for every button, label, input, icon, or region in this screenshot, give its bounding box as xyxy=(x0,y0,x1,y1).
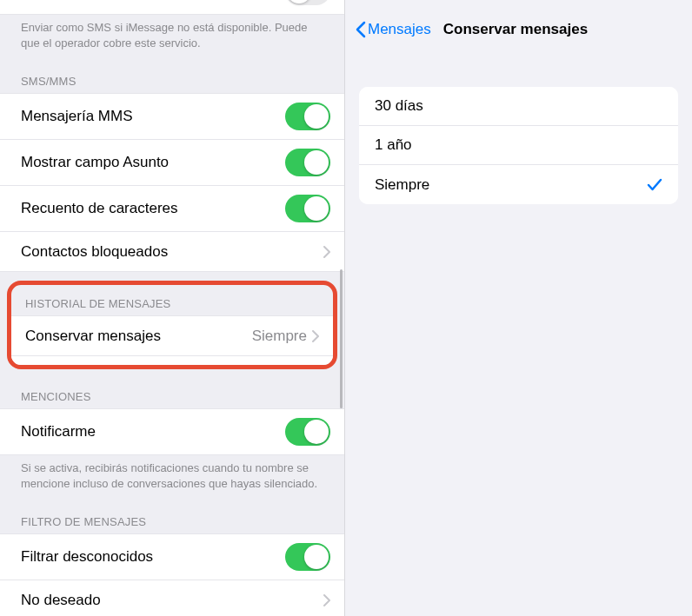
option-1-year[interactable]: 1 año xyxy=(359,126,678,165)
notify-me-label: Notificarme xyxy=(21,423,285,440)
page-title: Conservar mensajes xyxy=(443,21,588,38)
settings-right-pane: Mensajes Conservar mensajes 30 días 1 añ… xyxy=(345,0,692,616)
mms-messaging-toggle[interactable] xyxy=(285,103,330,130)
nav-bar: Mensajes Conservar mensajes xyxy=(345,0,692,56)
history-header: HISTORIAL DE MENSAJES xyxy=(11,285,333,315)
junk-row[interactable]: No deseado xyxy=(0,580,344,616)
notify-me-toggle[interactable] xyxy=(285,418,330,446)
filter-unknown-row[interactable]: Filtrar desconocidos xyxy=(0,534,344,580)
chevron-right-icon xyxy=(323,594,330,606)
filter-unknown-toggle[interactable] xyxy=(285,543,330,571)
mentions-header: MENCIONES xyxy=(0,374,344,408)
send-as-sms-row[interactable] xyxy=(0,0,344,14)
chevron-left-icon xyxy=(356,21,366,38)
character-count-label: Recuento de caracteres xyxy=(21,200,285,217)
blocked-contacts-label: Contactos bloqueados xyxy=(21,243,323,261)
history-list: Conservar mensajes Siempre xyxy=(11,315,333,356)
keep-messages-options: 30 días 1 año Siempre xyxy=(359,87,678,204)
option-label: 30 días xyxy=(375,97,662,115)
filter-list: Filtrar desconocidos No deseado xyxy=(0,533,344,616)
scroll-indicator[interactable] xyxy=(340,269,343,408)
show-subject-row[interactable]: Mostrar campo Asunto xyxy=(0,140,344,186)
chevron-right-icon xyxy=(323,246,330,258)
mentions-list: Notificarme xyxy=(0,408,344,455)
settings-left-pane: Enviar como SMS si iMessage no está disp… xyxy=(0,0,345,616)
option-30-days[interactable]: 30 días xyxy=(359,87,678,126)
back-label: Mensajes xyxy=(368,21,431,38)
keep-messages-value: Siempre xyxy=(252,328,307,345)
sms-mms-header: SMS/MMS xyxy=(0,59,344,93)
show-subject-toggle[interactable] xyxy=(285,149,330,176)
send-as-sms-toggle[interactable] xyxy=(285,0,330,5)
sms-mms-list: Mensajería MMS Mostrar campo Asunto Recu… xyxy=(0,93,344,272)
option-label: 1 año xyxy=(375,136,662,154)
character-count-row[interactable]: Recuento de caracteres xyxy=(0,186,344,232)
filter-unknown-label: Filtrar desconocidos xyxy=(21,548,285,566)
send-as-sms-footer: Enviar como SMS si iMessage no está disp… xyxy=(0,15,344,59)
option-label: Siempre xyxy=(375,176,647,194)
checkmark-icon xyxy=(647,178,662,192)
back-button[interactable]: Mensajes xyxy=(356,21,431,38)
history-section-highlight: HISTORIAL DE MENSAJES Conservar mensajes… xyxy=(7,281,337,369)
keep-messages-label: Conservar mensajes xyxy=(25,328,252,345)
option-forever[interactable]: Siempre xyxy=(359,165,678,204)
mms-messaging-label: Mensajería MMS xyxy=(21,108,285,125)
keep-messages-row[interactable]: Conservar mensajes Siempre xyxy=(11,316,333,355)
mms-messaging-row[interactable]: Mensajería MMS xyxy=(0,94,344,140)
mentions-footer: Si se activa, recibirás notificaciones c… xyxy=(0,455,344,500)
blocked-contacts-row[interactable]: Contactos bloqueados xyxy=(0,232,344,271)
chevron-right-icon xyxy=(312,330,319,342)
junk-label: No deseado xyxy=(21,592,323,609)
notify-me-row[interactable]: Notificarme xyxy=(0,409,344,454)
show-subject-label: Mostrar campo Asunto xyxy=(21,154,285,171)
filter-header: FILTRO DE MENSAJES xyxy=(0,500,344,533)
character-count-toggle[interactable] xyxy=(285,195,330,222)
